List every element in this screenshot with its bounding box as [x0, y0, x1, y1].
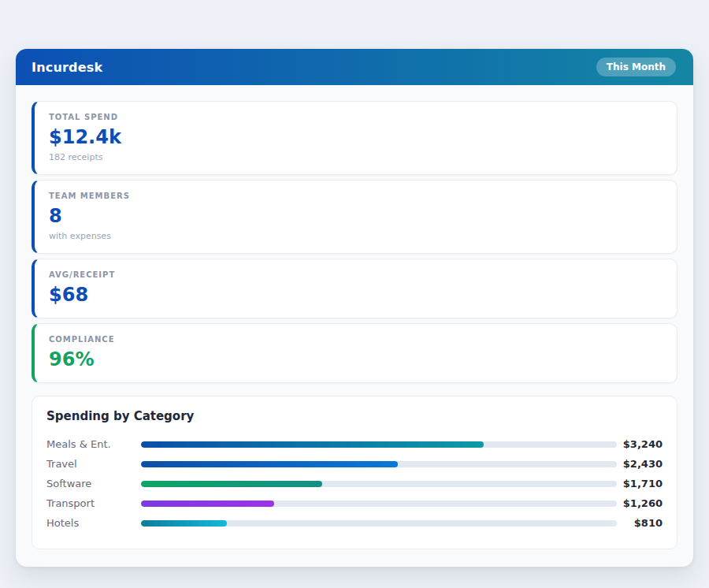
category-label: Hotels — [46, 517, 141, 529]
stat-value: 8 — [49, 203, 663, 229]
stat-label: COMPLIANCE — [49, 333, 663, 345]
app-header: Incurdesk This Month — [16, 49, 693, 85]
bar-fill — [141, 520, 227, 527]
chart-row: Software $1,710 — [46, 474, 663, 493]
chart-title: Spending by Category — [46, 409, 663, 423]
stat-value: $68 — [49, 282, 663, 307]
bar-track — [141, 461, 617, 467]
chart-row: Meals & Ent. $3,240 — [46, 434, 663, 454]
bar-fill — [141, 461, 398, 467]
category-value: $1,260 — [617, 497, 663, 509]
category-label: Travel — [46, 458, 141, 470]
stat-sub: 182 receipts — [49, 151, 663, 164]
bar-track — [141, 441, 617, 448]
stat-value: $12.4k — [49, 125, 663, 150]
bar-fill — [141, 481, 322, 487]
category-value: $2,430 — [617, 458, 663, 470]
chart-rows: Meals & Ent. $3,240 Travel $2,430 Softwa… — [46, 434, 663, 533]
stat-label: TEAM MEMBERS — [49, 190, 663, 202]
stat-card: COMPLIANCE 96% — [32, 323, 677, 383]
spending-chart-card: Spending by Category Meals & Ent. $3,240… — [32, 396, 677, 549]
category-label: Software — [46, 478, 141, 489]
chart-row: Hotels $810 — [46, 513, 663, 533]
period-badge[interactable]: This Month — [596, 58, 676, 76]
category-label: Transport — [46, 497, 141, 509]
stat-card: TOTAL SPEND $12.4k 182 receipts — [32, 101, 677, 175]
app-title: Incurdesk — [32, 60, 102, 75]
stat-sub: with expenses — [49, 230, 663, 243]
category-value: $810 — [617, 517, 663, 529]
bar-track — [141, 520, 617, 527]
bar-fill — [141, 501, 274, 507]
bar-track — [141, 501, 617, 507]
stat-value: 96% — [49, 347, 663, 372]
app-card: Incurdesk This Month TOTAL SPEND $12.4k … — [16, 49, 693, 567]
stat-label: TOTAL SPEND — [49, 111, 663, 123]
stat-card: AVG/RECEIPT $68 — [32, 259, 677, 318]
stats-list: TOTAL SPEND $12.4k 182 receipts TEAM MEM… — [32, 101, 677, 383]
stat-label: AVG/RECEIPT — [49, 269, 663, 281]
bar-fill — [141, 441, 484, 448]
page-background: Incurdesk This Month TOTAL SPEND $12.4k … — [0, 49, 709, 567]
category-value: $1,710 — [617, 478, 663, 489]
content-area: TOTAL SPEND $12.4k 182 receipts TEAM MEM… — [16, 85, 693, 567]
chart-row: Travel $2,430 — [46, 454, 663, 474]
category-label: Meals & Ent. — [46, 438, 141, 450]
stat-card: TEAM MEMBERS 8 with expenses — [32, 180, 677, 254]
bar-track — [141, 481, 617, 487]
chart-row: Transport $1,260 — [46, 493, 663, 513]
category-value: $3,240 — [617, 438, 663, 450]
